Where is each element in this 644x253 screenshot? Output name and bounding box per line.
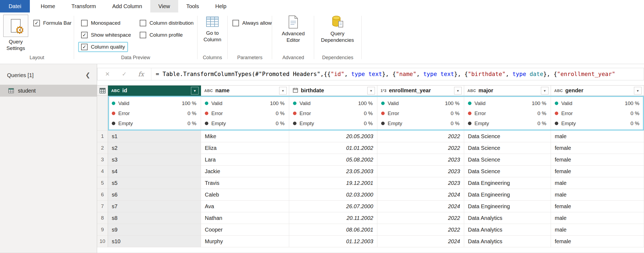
menu-item-help[interactable]: Help <box>207 0 235 12</box>
checkbox-column-quality[interactable]: ✓Column quality <box>78 42 128 52</box>
cell-name[interactable]: Travis <box>201 177 289 189</box>
row-number[interactable]: 10 <box>97 236 108 247</box>
cell-birthdate[interactable]: 01.12.2003 <box>289 236 377 247</box>
cell-birthdate[interactable]: 02.03.2000 <box>289 189 377 201</box>
checkbox-column-profile[interactable]: Column profile <box>137 30 186 40</box>
show-whitespace-checkbox[interactable]: ✓ <box>81 32 88 38</box>
cell-major[interactable]: Data Science <box>464 154 551 166</box>
filter-dropdown-icon[interactable]: ▾ <box>191 87 199 94</box>
column-header-enrollment-year[interactable]: 1²3enrollment_year▾ <box>377 86 464 96</box>
go-to-column-button[interactable]: Go to Column <box>196 15 229 43</box>
cell-enrollment-year[interactable]: 2022 <box>377 224 464 236</box>
cell-enrollment-year[interactable]: 2024 <box>377 201 464 212</box>
cell-birthdate[interactable]: 05.08.2002 <box>289 154 377 166</box>
menu-item-transform[interactable]: Transform <box>63 0 104 12</box>
cell-birthdate[interactable]: 19.12.2001 <box>289 177 377 189</box>
query-dependencies-button[interactable]: Query Dependencies <box>316 15 359 43</box>
checkbox-always-allow[interactable]: Always allow <box>229 18 275 28</box>
cell-name[interactable]: Mike <box>201 131 289 142</box>
cell-enrollment-year[interactable]: 2023 <box>377 154 464 166</box>
collapse-pane-icon[interactable]: ❮ <box>85 72 90 79</box>
row-number[interactable]: 9 <box>97 224 108 236</box>
filter-dropdown-icon[interactable]: ▾ <box>367 87 375 94</box>
cell-id[interactable]: s7 <box>108 201 201 212</box>
row-number[interactable]: 5 <box>97 177 108 189</box>
cell-gender[interactable]: female <box>551 166 644 177</box>
filter-dropdown-icon[interactable]: ▾ <box>454 87 462 94</box>
cell-id[interactable]: s9 <box>108 224 201 236</box>
cell-birthdate[interactable]: 20.05.2003 <box>289 131 377 142</box>
row-number[interactable]: 8 <box>97 212 108 224</box>
cell-gender[interactable]: male <box>551 131 644 142</box>
cell-enrollment-year[interactable]: 2023 <box>377 166 464 177</box>
cell-name[interactable]: Ava <box>201 201 289 212</box>
checkbox-formula-bar[interactable]: ✓Formula Bar <box>30 18 75 28</box>
cell-gender[interactable]: female <box>551 201 644 212</box>
fx-icon[interactable]: fx <box>133 71 149 78</box>
cell-birthdate[interactable]: 20.11.2002 <box>289 212 377 224</box>
cell-id[interactable]: s2 <box>108 142 201 154</box>
checkbox-show-whitespace[interactable]: ✓Show whitespace <box>78 30 134 40</box>
cell-major[interactable]: Data Analytics <box>464 224 551 236</box>
cell-birthdate[interactable]: 26.07.2000 <box>289 201 377 212</box>
cell-name[interactable]: Nathan <box>201 212 289 224</box>
cell-major[interactable]: Data Science <box>464 142 551 154</box>
cell-id[interactable]: s5 <box>108 177 201 189</box>
cell-birthdate[interactable]: 23.05.2003 <box>289 166 377 177</box>
cell-enrollment-year[interactable]: 2022 <box>377 212 464 224</box>
cell-major[interactable]: Data Science <box>464 166 551 177</box>
cell-id[interactable]: s3 <box>108 154 201 166</box>
cell-name[interactable]: Lara <box>201 154 289 166</box>
menu-item-view[interactable]: View <box>150 0 178 12</box>
accept-icon[interactable]: ✓ <box>116 71 133 77</box>
cell-gender[interactable]: female <box>551 154 644 166</box>
column-profile-checkbox[interactable] <box>140 32 146 38</box>
column-distribution-checkbox[interactable] <box>140 20 146 26</box>
cell-enrollment-year[interactable]: 2022 <box>377 131 464 142</box>
cell-gender[interactable]: female <box>551 236 644 247</box>
monospaced-checkbox[interactable] <box>81 20 88 26</box>
cell-gender[interactable]: female <box>551 142 644 154</box>
cell-name[interactable]: Caleb <box>201 189 289 201</box>
formula-input[interactable]: = Table.TransformColumnTypes(#"Promoted … <box>151 71 644 77</box>
query-item-student[interactable]: student <box>0 85 97 97</box>
filter-dropdown-icon[interactable]: ▾ <box>279 87 287 94</box>
cell-id[interactable]: s10 <box>108 236 201 247</box>
cell-name[interactable]: Jackie <box>201 166 289 177</box>
row-number[interactable]: 1 <box>97 131 108 142</box>
cell-gender[interactable]: male <box>551 189 644 201</box>
menu-item-add-column[interactable]: Add Column <box>104 0 150 12</box>
cell-enrollment-year[interactable]: 2023 <box>377 177 464 189</box>
cell-id[interactable]: s6 <box>108 189 201 201</box>
row-number[interactable]: 7 <box>97 201 108 212</box>
cell-major[interactable]: Data Engineering <box>464 189 551 201</box>
column-header-birthdate[interactable]: birthdate▾ <box>289 86 377 96</box>
filter-dropdown-icon[interactable]: ▾ <box>541 87 549 94</box>
cell-id[interactable]: s1 <box>108 131 201 142</box>
formula-bar-checkbox[interactable]: ✓ <box>33 20 40 26</box>
advanced-editor-button[interactable]: Advanced Editor <box>274 15 313 43</box>
file-menu-tab[interactable]: Datei <box>0 0 30 12</box>
menu-item-tools[interactable]: Tools <box>178 0 207 12</box>
checkbox-monospaced[interactable]: Monospaced <box>78 18 123 28</box>
column-header-name[interactable]: ABCname▾ <box>201 86 289 96</box>
row-number[interactable]: 6 <box>97 189 108 201</box>
row-number[interactable]: 3 <box>97 154 108 166</box>
row-number[interactable]: 4 <box>97 166 108 177</box>
filter-dropdown-icon[interactable]: ▾ <box>634 87 642 94</box>
cell-name[interactable]: Eliza <box>201 142 289 154</box>
cell-enrollment-year[interactable]: 2022 <box>377 142 464 154</box>
column-quality-checkbox[interactable]: ✓ <box>81 44 88 50</box>
cell-major[interactable]: Data Analytics <box>464 236 551 247</box>
cell-major[interactable]: Data Science <box>464 131 551 142</box>
cell-name[interactable]: Murphy <box>201 236 289 247</box>
cell-enrollment-year[interactable]: 2024 <box>377 189 464 201</box>
cell-enrollment-year[interactable]: 2024 <box>377 236 464 247</box>
cell-gender[interactable]: male <box>551 212 644 224</box>
checkbox-column-distribution[interactable]: Column distribution <box>137 18 197 28</box>
cell-birthdate[interactable]: 01.01.2002 <box>289 142 377 154</box>
query-settings-button[interactable]: ⚙ Query Settings <box>3 15 29 52</box>
cancel-icon[interactable]: ✕ <box>99 71 116 77</box>
menu-item-home[interactable]: Home <box>33 0 63 12</box>
row-number[interactable]: 2 <box>97 142 108 154</box>
